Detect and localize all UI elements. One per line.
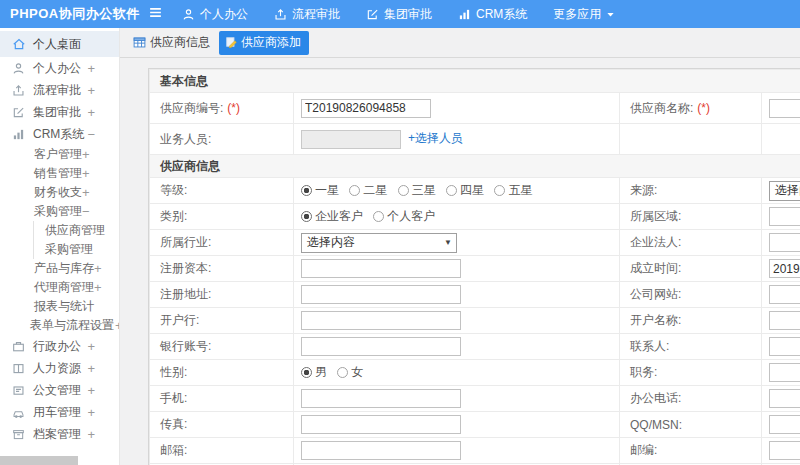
legal-person-input[interactable] [769,233,800,252]
contact-input[interactable] [769,337,800,356]
fax-input[interactable] [301,415,461,434]
office-phone-input[interactable] [769,389,800,408]
expand-toggle[interactable]: + [82,186,90,199]
sidebar-item-finance[interactable]: 财务收支 + [0,183,119,202]
reg-capital-input[interactable] [301,259,461,278]
supplier-no-input[interactable] [301,99,431,118]
radio-level-5[interactable]: 五星 [494,182,532,199]
sidebar-item-form-flow-settings[interactable]: 表单与流程设置 + [0,316,119,335]
radio-category-personal[interactable]: 个人客户 [373,208,435,225]
sidebar-item-personal-desktop[interactable]: 个人桌面 [0,31,119,57]
main-content: 供应商信息 供应商添加 基本信息 供应商编号:(*) 供应商名称:(*) 业务人… [120,28,800,465]
expand-toggle[interactable]: + [87,340,95,353]
industry-select[interactable]: 选择内容▼ [301,233,457,253]
position-input[interactable] [769,363,800,382]
radio-gender-male[interactable]: 男 [301,364,327,381]
field-label: 性别: [160,365,187,379]
radio-gender-female[interactable]: 女 [337,364,363,381]
sidebar-item-admin-office[interactable]: 行政办公 + [0,335,119,357]
sidebar-item-procurement-mgmt[interactable]: 采购管理 [33,240,119,259]
expand-toggle[interactable]: + [87,406,95,419]
sidebar-item-group-approval[interactable]: 集团审批 + [0,101,119,123]
sidebar-item-customer-mgmt[interactable]: 客户管理 + [0,145,119,164]
sidebar-item-product-inventory[interactable]: 产品与库存 + [0,259,119,278]
sidebar-toggle-button[interactable] [148,5,163,24]
sidebar-item-human-resources[interactable]: 人力资源 + [0,357,119,379]
field-label: 联系人: [630,339,669,353]
supplier-add-form: 基本信息 供应商编号:(*) 供应商名称:(*) 业务人员: +选择人员 供应商… [148,68,800,465]
reg-address-input[interactable] [301,285,461,304]
horizontal-scrollbar-thumb[interactable] [0,456,78,465]
staff-input[interactable] [301,130,401,149]
region-input[interactable] [769,207,800,226]
expand-toggle[interactable]: + [87,384,95,397]
sidebar-item-vehicle-mgmt[interactable]: 用车管理 + [0,401,119,423]
topnav-more-apps[interactable]: 更多应用 [540,0,628,28]
bank-account-input[interactable] [301,337,461,356]
sidebar-item-label: 财务收支 [34,184,82,201]
website-input[interactable] [769,285,800,304]
document-icon [12,384,26,397]
choose-staff-link[interactable]: +选择人员 [408,131,463,145]
account-name-input[interactable] [769,311,800,330]
sidebar-item-reports-stats[interactable]: 报表与统计 [0,297,119,316]
field-label: 供应商名称: [630,101,693,115]
sidebar-item-crm-system[interactable]: CRM系统 − [0,123,119,145]
sidebar-item-supplier-mgmt[interactable]: 供应商管理 [33,221,119,240]
sidebar-item-label: 个人桌面 [33,36,81,53]
mobile-input[interactable] [301,389,461,408]
sidebar-item-agent-mgmt[interactable]: 代理商管理 + [0,278,119,297]
table-icon [133,36,146,49]
radio-level-1[interactable]: 一星 [301,182,339,199]
sidebar: 个人桌面 个人办公 + 流程审批 + 集团审批 + CRM系统 − 客户管理 +… [0,28,120,465]
sidebar-item-flow-approval[interactable]: 流程审批 + [0,79,119,101]
briefcase-icon [12,340,26,353]
radio-level-3[interactable]: 三星 [398,182,436,199]
expand-toggle[interactable]: + [87,62,95,75]
radio-icon [373,211,384,222]
founded-date-input[interactable] [769,259,800,278]
radio-level-2[interactable]: 二星 [349,182,387,199]
edit-approval-icon [366,8,379,21]
sidebar-item-document-mgmt[interactable]: 公文管理 + [0,379,119,401]
field-label: 类别: [160,209,187,223]
edit-approval-icon [12,106,26,119]
radio-level-4[interactable]: 四星 [446,182,484,199]
expand-toggle[interactable]: + [82,148,90,161]
sidebar-item-personal-office[interactable]: 个人办公 + [0,57,119,79]
sidebar-item-archive-mgmt[interactable]: 档案管理 + [0,423,119,445]
expand-toggle[interactable]: + [87,106,95,119]
expand-toggle[interactable]: + [87,84,95,97]
field-label: 公司网站: [630,287,681,301]
topnav-personal-office[interactable]: 个人办公 [169,0,261,28]
car-icon [12,406,26,419]
expand-toggle[interactable]: + [82,167,90,180]
sidebar-item-purchase-mgmt[interactable]: 采购管理 − [0,202,119,221]
collapse-toggle[interactable]: − [87,128,95,141]
topnav-flow-approval[interactable]: 流程审批 [261,0,353,28]
tab-supplier-add[interactable]: 供应商添加 [219,31,309,55]
tab-supplier-info[interactable]: 供应商信息 [133,34,210,51]
sidebar-item-sales-mgmt[interactable]: 销售管理 + [0,164,119,183]
source-select[interactable]: 选择内容▼ [769,181,800,201]
expand-toggle[interactable]: + [94,281,102,294]
expand-toggle[interactable]: + [87,428,95,441]
field-label: 注册资本: [160,261,211,275]
qq-msn-input[interactable] [769,415,800,434]
topnav-label: 集团审批 [384,6,432,23]
expand-toggle[interactable]: + [115,319,120,332]
collapse-toggle[interactable]: − [82,205,90,218]
expand-toggle[interactable]: + [87,362,95,375]
field-label: 业务人员: [160,132,211,146]
topnav-group-approval[interactable]: 集团审批 [353,0,445,28]
expand-toggle[interactable]: + [94,262,102,275]
bank-input[interactable] [301,311,461,330]
tab-bar: 供应商信息 供应商添加 [120,28,800,58]
topnav-label: CRM系统 [476,6,527,23]
zip-input[interactable] [769,441,800,460]
email-input[interactable] [301,441,461,460]
topnav-crm-system[interactable]: CRM系统 [445,0,540,28]
field-label: 来源: [630,183,657,197]
supplier-name-input[interactable] [769,99,800,118]
radio-category-company[interactable]: 企业客户 [301,208,363,225]
